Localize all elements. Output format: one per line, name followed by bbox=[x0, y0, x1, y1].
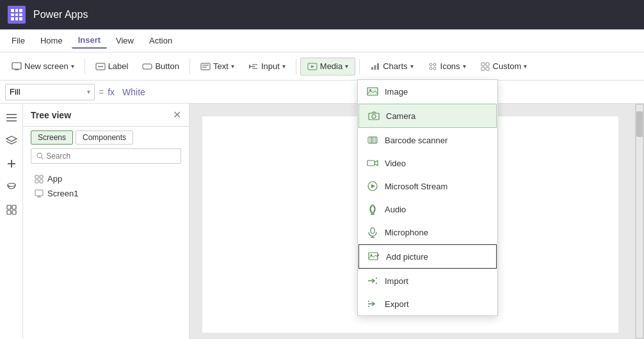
svg-point-32 bbox=[8, 184, 15, 187]
menu-insert[interactable]: Insert bbox=[72, 33, 107, 49]
svg-rect-16 bbox=[374, 65, 376, 70]
icons-button[interactable]: Icons ▾ bbox=[421, 58, 472, 75]
dropdown-item-import[interactable]: Import bbox=[358, 269, 497, 292]
waffle-icon[interactable] bbox=[8, 6, 26, 24]
barcode-icon bbox=[367, 134, 378, 146]
svg-rect-15 bbox=[371, 67, 373, 70]
button-button[interactable]: Button bbox=[136, 58, 186, 75]
menu-bar: File Home Insert View Action bbox=[0, 29, 644, 52]
svg-rect-5 bbox=[143, 64, 152, 69]
dropdown-item-image[interactable]: Image bbox=[358, 80, 497, 103]
main-area: Tree view ✕ Screens Components App bbox=[0, 104, 644, 339]
svg-rect-35 bbox=[7, 210, 11, 214]
svg-point-20 bbox=[430, 67, 432, 70]
stream-icon bbox=[367, 180, 378, 192]
search-input[interactable] bbox=[46, 152, 175, 161]
tree-search-container bbox=[31, 148, 181, 164]
right-scrollbar[interactable] bbox=[635, 104, 644, 339]
components-icon[interactable] bbox=[3, 201, 20, 219]
custom-button[interactable]: Custom ▾ bbox=[474, 58, 534, 75]
svg-rect-22 bbox=[481, 63, 485, 66]
property-dropdown[interactable]: Fill ▾ bbox=[5, 84, 95, 100]
input-button[interactable]: Input ▾ bbox=[242, 58, 292, 75]
tree-item-screen1[interactable]: Screen1 bbox=[31, 186, 181, 201]
audio-icon bbox=[367, 203, 378, 215]
charts-button[interactable]: Charts ▾ bbox=[364, 58, 419, 75]
tree-title: Tree view bbox=[31, 110, 71, 120]
app-title: Power Apps bbox=[33, 9, 88, 20]
new-screen-button[interactable]: New screen ▾ bbox=[5, 58, 81, 75]
charts-chevron: ▾ bbox=[410, 63, 414, 70]
svg-rect-42 bbox=[40, 180, 43, 183]
text-chevron: ▾ bbox=[231, 63, 234, 70]
dropdown-item-camera[interactable]: Camera bbox=[358, 104, 497, 128]
camera-icon bbox=[368, 110, 380, 122]
input-chevron: ▾ bbox=[282, 63, 286, 70]
scrollbar-track[interactable] bbox=[636, 105, 643, 338]
tree-item-app[interactable]: App bbox=[31, 171, 181, 186]
import-icon bbox=[367, 275, 378, 287]
svg-point-37 bbox=[37, 153, 42, 157]
text-button[interactable]: Text ▾ bbox=[194, 58, 241, 75]
svg-rect-40 bbox=[40, 175, 43, 178]
image-icon bbox=[367, 86, 378, 97]
menu-file[interactable]: File bbox=[5, 33, 31, 48]
text-icon bbox=[200, 61, 211, 72]
tree-close-button[interactable]: ✕ bbox=[173, 109, 181, 121]
scrollbar-thumb[interactable] bbox=[636, 111, 643, 137]
svg-rect-6 bbox=[201, 63, 210, 70]
svg-rect-25 bbox=[486, 67, 489, 70]
layers-icon[interactable] bbox=[3, 132, 20, 150]
data-icon[interactable] bbox=[3, 178, 20, 196]
separator-3 bbox=[296, 59, 296, 74]
fx-button[interactable]: fx bbox=[108, 87, 115, 97]
toolbar: New screen ▾ Label Button Text ▾ bbox=[0, 52, 644, 81]
add-icon[interactable] bbox=[3, 155, 20, 173]
charts-icon bbox=[370, 61, 380, 72]
svg-rect-36 bbox=[12, 210, 16, 214]
svg-point-49 bbox=[372, 114, 376, 118]
dropdown-item-microphone[interactable]: Microphone bbox=[358, 221, 497, 244]
video-icon bbox=[367, 157, 378, 169]
tab-components[interactable]: Components bbox=[76, 130, 133, 145]
media-dropdown: Image Camera bbox=[357, 79, 498, 316]
new-screen-icon bbox=[12, 61, 22, 72]
menu-view[interactable]: View bbox=[109, 33, 140, 48]
menu-home[interactable]: Home bbox=[34, 33, 69, 48]
search-icon bbox=[36, 152, 44, 160]
tab-screens[interactable]: Screens bbox=[31, 130, 73, 145]
svg-point-19 bbox=[433, 63, 436, 66]
export-icon bbox=[367, 298, 378, 310]
svg-line-38 bbox=[42, 157, 43, 159]
tree-panel: Tree view ✕ Screens Components App bbox=[23, 104, 189, 339]
svg-rect-46 bbox=[367, 88, 378, 95]
new-screen-chevron: ▾ bbox=[71, 63, 74, 70]
input-icon bbox=[248, 61, 259, 72]
dropdown-item-video[interactable]: Video bbox=[358, 152, 497, 175]
dropdown-item-audio[interactable]: Audio bbox=[358, 198, 497, 221]
svg-rect-23 bbox=[486, 63, 489, 66]
left-sidebar bbox=[0, 104, 23, 339]
dropdown-item-barcode[interactable]: Barcode scanner bbox=[358, 129, 497, 152]
hamburger-icon[interactable] bbox=[3, 109, 20, 127]
label-icon bbox=[95, 61, 106, 72]
equals-sign: = bbox=[99, 87, 104, 97]
dropdown-item-add-picture[interactable]: Add picture bbox=[358, 244, 497, 269]
svg-rect-43 bbox=[35, 190, 43, 196]
tree-header: Tree view ✕ bbox=[23, 104, 189, 127]
formula-value[interactable]: White bbox=[122, 87, 145, 97]
app-icon bbox=[35, 175, 44, 184]
media-button[interactable]: Media ▾ bbox=[300, 58, 355, 75]
svg-point-58 bbox=[371, 206, 374, 212]
dropdown-item-export[interactable]: Export bbox=[358, 292, 497, 315]
add-picture-icon bbox=[368, 251, 380, 262]
dropdown-item-stream[interactable]: Microsoft Stream bbox=[358, 175, 497, 198]
menu-action[interactable]: Action bbox=[143, 33, 179, 48]
svg-point-21 bbox=[433, 67, 436, 70]
media-chevron: ▾ bbox=[345, 63, 348, 70]
tree-tabs: Screens Components bbox=[23, 127, 189, 148]
tree-items: App Screen1 bbox=[23, 169, 189, 203]
svg-rect-55 bbox=[367, 161, 374, 166]
custom-chevron: ▾ bbox=[524, 63, 527, 70]
label-button[interactable]: Label bbox=[89, 58, 135, 75]
